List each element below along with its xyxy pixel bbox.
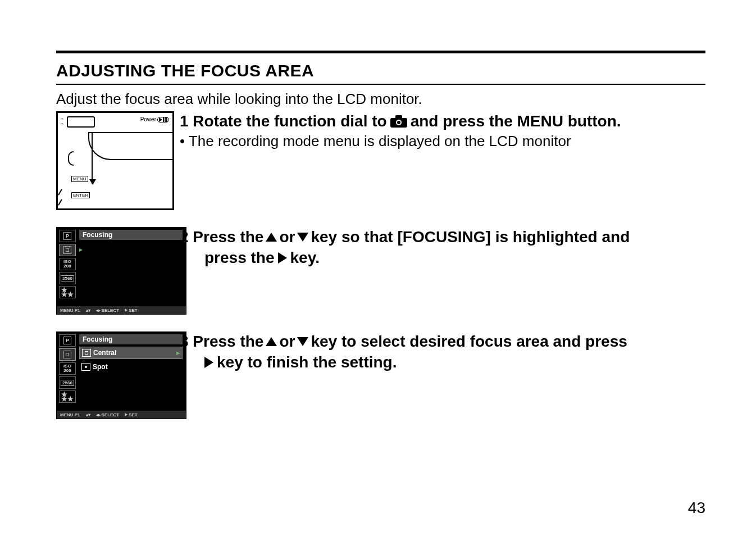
- step3-mid: or: [279, 331, 295, 352]
- menu-screenshot-1: Focusing P ISO 200 2560 ★★★ ▸ MENU P1 ▴▾…: [56, 227, 186, 315]
- step-3-line2: key to finish the setting.: [180, 352, 705, 373]
- side-size: 2560: [59, 272, 76, 284]
- step-1-row: ○○ Power MENU ENTER 1 Rotate the functio…: [56, 111, 705, 210]
- camera-diagram: ○○ Power MENU ENTER: [56, 111, 174, 210]
- menu1-title: Focusing: [79, 230, 183, 240]
- top-rule: [56, 51, 705, 53]
- arrow-to-menu: [92, 132, 93, 184]
- right-arrow-icon-2: [204, 357, 213, 368]
- svg-point-3: [397, 121, 400, 124]
- step3-line2-suffix: key to finish the setting.: [217, 352, 397, 373]
- menu1-marker: ▸: [79, 246, 83, 253]
- side-iso-2: ISO 200: [59, 362, 76, 375]
- camera-body-curve: [88, 132, 172, 160]
- step-2-text: 2 Press the or key so that [FOCUSING] is…: [180, 227, 705, 315]
- step-1-heading: 1 Rotate the function dial to and press …: [180, 111, 705, 131]
- side-p: P: [59, 230, 76, 242]
- svg-rect-1: [395, 115, 402, 119]
- step-2-row: Focusing P ISO 200 2560 ★★★ ▸ MENU P1 ▴▾…: [56, 227, 705, 315]
- menu-screenshot-2-thumb: Focusing P ISO 200 2560 ★★★ Central ▸ Sp…: [56, 331, 174, 419]
- step-3-heading: 3 Press the or key to select desired foc…: [180, 331, 705, 352]
- camera-diagram-thumb: ○○ Power MENU ENTER: [56, 111, 174, 210]
- page-number: 43: [688, 499, 705, 517]
- menu2-options: Central ▸ Spot: [79, 347, 183, 375]
- menu2-sidebar: P ISO 200 2560 ★★★: [59, 334, 76, 410]
- menu1-footer: MENU P1 ▴▾ ◂▸ SELECT SET: [57, 306, 186, 314]
- side-iso: ISO 200: [59, 258, 76, 270]
- footer-select: ◂▸ SELECT: [96, 308, 120, 313]
- footer-nav-icon: ▴▾: [86, 308, 90, 313]
- up-arrow-icon: [266, 233, 277, 242]
- power-text: Power: [140, 116, 156, 122]
- step2-mid: or: [279, 227, 295, 247]
- step2-line2-suffix: key.: [290, 247, 320, 269]
- menu1-sidebar: P ISO 200 2560 ★★★: [59, 230, 76, 305]
- step3-suffix: key to select desired focus area and pre…: [311, 331, 627, 352]
- step2-prefix: 2 Press the: [180, 227, 263, 247]
- step1-bullet: • The recording mode menu is displayed o…: [180, 133, 705, 150]
- step-3-text: 3 Press the or key to select desired foc…: [180, 331, 705, 419]
- central-icon: [82, 349, 91, 357]
- dial-box: [67, 116, 95, 128]
- side-size-2: 2560: [59, 376, 76, 389]
- step1-suffix: and press the MENU button.: [411, 111, 621, 131]
- menu2-title: Focusing: [79, 334, 183, 344]
- step-2-line2: press the key.: [180, 247, 705, 269]
- step-1-text: 1 Rotate the function dial to and press …: [180, 111, 705, 210]
- right-arrow-icon: [278, 252, 287, 264]
- title-underline: [56, 84, 705, 85]
- enter-button-label: ENTER: [71, 192, 90, 198]
- down-arrow-icon-2: [297, 337, 308, 346]
- menu2-footer: MENU P1 ▴▾ ◂▸ SELECT SET: [57, 411, 186, 419]
- option-spot-label: Spot: [93, 363, 108, 371]
- down-arrow-icon: [297, 233, 308, 242]
- section-title: ADJUSTING THE FOCUS AREA: [56, 61, 705, 80]
- side-quality: ★★★: [59, 286, 76, 298]
- grip-lines: [59, 186, 63, 208]
- side-focus-icon: [59, 244, 76, 256]
- spot-icon: [81, 363, 90, 371]
- menu-screenshot-2: Focusing P ISO 200 2560 ★★★ Central ▸ Sp…: [56, 331, 186, 419]
- footer-select-2: ◂▸ SELECT: [96, 412, 120, 417]
- power-icon: [157, 117, 169, 122]
- footer-menu: MENU P1: [60, 308, 80, 313]
- side-focus-icon-2: [59, 348, 76, 361]
- step2-suffix: key so that [FOCUSING] is highlighted an…: [311, 227, 630, 247]
- option-spot: Spot: [79, 361, 183, 373]
- dial-dots: ○○: [60, 116, 63, 126]
- intro-text: Adjust the focus area while looking into…: [56, 90, 705, 108]
- power-label: Power: [140, 116, 169, 122]
- option-central-label: Central: [93, 349, 116, 357]
- up-arrow-icon-2: [266, 337, 277, 346]
- step1-prefix: 1 Rotate the function dial to: [180, 111, 387, 131]
- side-arc: [68, 151, 74, 166]
- side-p-2: P: [59, 334, 76, 347]
- option-arrow-icon: ▸: [176, 349, 180, 357]
- footer-set: SET: [125, 308, 138, 313]
- step-3-row: Focusing P ISO 200 2560 ★★★ Central ▸ Sp…: [56, 331, 705, 419]
- step3-prefix: 3 Press the: [180, 331, 263, 352]
- footer-nav-icon-2: ▴▾: [86, 412, 90, 417]
- menu-screenshot-1-thumb: Focusing P ISO 200 2560 ★★★ ▸ MENU P1 ▴▾…: [56, 227, 174, 315]
- camera-mode-icon: [389, 114, 408, 129]
- footer-menu-2: MENU P1: [60, 412, 80, 417]
- option-central: Central ▸: [79, 347, 183, 359]
- step-2-heading: 2 Press the or key so that [FOCUSING] is…: [180, 227, 705, 247]
- side-quality-2: ★★★: [59, 390, 76, 403]
- footer-set-2: SET: [125, 412, 138, 417]
- step2-line2-prefix: press the: [204, 247, 275, 269]
- menu-button-label: MENU: [71, 176, 88, 182]
